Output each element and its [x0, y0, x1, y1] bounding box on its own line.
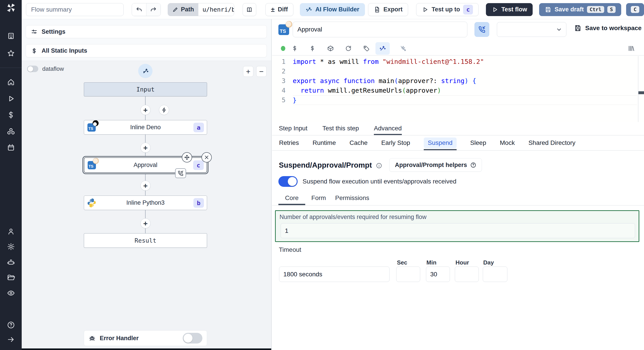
subtab-suspend[interactable]: Suspend: [424, 136, 456, 150]
node-inline-python3[interactable]: Inline Python3 b: [84, 195, 207, 210]
tab-test-this-step[interactable]: Test this step: [322, 122, 359, 135]
editor-scrollbar-thumb[interactable]: [638, 91, 644, 94]
audit-eye-icon[interactable]: [6, 288, 16, 298]
zoom-out-button[interactable]: −: [256, 66, 266, 77]
tab-step-input[interactable]: Step Input: [279, 122, 308, 135]
suspend-phone-button[interactable]: [474, 22, 489, 37]
test-up-to-step-badge[interactable]: c: [463, 5, 473, 14]
timeout-hour-input[interactable]: [455, 267, 479, 282]
user-icon[interactable]: [6, 227, 16, 236]
library-icon[interactable]: [628, 45, 634, 52]
ai-assistant-wand-button[interactable]: [376, 42, 390, 55]
tab-form[interactable]: Form: [305, 191, 332, 205]
error-handler-toggle[interactable]: [183, 333, 202, 344]
redo-button[interactable]: [146, 3, 160, 16]
subtab-early-stop[interactable]: Early Stop: [381, 136, 410, 150]
approvals-required-field: Number of approvals/events required for …: [275, 210, 639, 242]
workspace-icon[interactable]: [6, 31, 16, 41]
flow-settings-button[interactable]: Settings: [26, 25, 267, 38]
delete-step-button[interactable]: [202, 152, 212, 163]
code-editor[interactable]: 12345 import * as wmill from "windmill-c…: [272, 56, 644, 122]
editor-scrollbar[interactable]: [638, 56, 638, 122]
tab-core[interactable]: Core: [278, 191, 305, 205]
script-version-select[interactable]: [497, 22, 566, 37]
subtab-retries[interactable]: Retries: [279, 136, 299, 150]
add-step-button[interactable]: +: [140, 143, 150, 153]
subtab-cache[interactable]: Cache: [350, 136, 368, 150]
deno-icon: [92, 120, 98, 126]
variables-dollar-icon[interactable]: [291, 45, 298, 52]
typescript-badge: TS: [88, 161, 96, 169]
subtab-shared-directory[interactable]: Shared Directory: [528, 136, 575, 150]
workers-robot-icon[interactable]: [6, 258, 16, 267]
format-tag-icon[interactable]: [363, 45, 370, 52]
status-dot-icon: [280, 45, 287, 52]
suspend-toggle-row: Suspend flow execution until events/appr…: [278, 176, 456, 187]
approval-prompt-helpers-button[interactable]: Approval/Prompt helpers: [389, 158, 482, 172]
save-to-workspace-button[interactable]: Save to workspace: [574, 24, 642, 32]
save-draft-button[interactable]: Save draft Ctrl S: [539, 3, 621, 16]
sliders-icon: [31, 28, 38, 35]
add-step-button[interactable]: +: [140, 180, 150, 191]
flow-summary-input[interactable]: [26, 3, 124, 16]
favorites-star-icon[interactable]: [6, 49, 16, 58]
add-step-button[interactable]: +: [140, 218, 150, 228]
ai-flow-builder-button[interactable]: AI Flow Builder: [300, 3, 365, 16]
variables-dollar-icon[interactable]: [6, 110, 16, 120]
timeout-min-input[interactable]: [426, 267, 450, 282]
docs-book-button[interactable]: [242, 3, 256, 16]
all-static-inputs-button[interactable]: All Static Inputs: [26, 44, 267, 57]
test-up-to-button[interactable]: Test up to c: [416, 3, 478, 16]
expand-arrow-icon[interactable]: [6, 335, 16, 344]
node-input[interactable]: Input: [84, 82, 207, 96]
tab-advanced[interactable]: Advanced: [374, 122, 402, 135]
schedules-calendar-icon[interactable]: [6, 143, 16, 152]
subtab-runtime[interactable]: Runtime: [312, 136, 336, 150]
move-step-button[interactable]: [182, 152, 192, 163]
step-name-input[interactable]: [293, 22, 467, 37]
subtab-mock[interactable]: Mock: [500, 136, 515, 150]
node-result[interactable]: Result: [84, 233, 207, 248]
timeout-day-input[interactable]: [483, 267, 507, 282]
sparkles-off-icon[interactable]: [400, 45, 407, 52]
undo-button[interactable]: [132, 3, 146, 16]
suspend-toggle[interactable]: [278, 176, 298, 187]
plus-minus-icon: ±: [271, 6, 274, 13]
resources-dollar-icon[interactable]: [309, 45, 316, 52]
deploy-overflow-button[interactable]: C: [626, 3, 644, 16]
graph-bottom-edge: [22, 349, 271, 350]
tab-permissions[interactable]: Permissions: [332, 191, 372, 205]
node-inline-deno[interactable]: TS Inline Deno a: [84, 120, 207, 135]
hour-label: Hour: [456, 259, 469, 266]
resources-cubes-icon[interactable]: [6, 127, 16, 136]
step-panel: TS Save to workspace: [272, 19, 644, 350]
error-handler-card[interactable]: Error Handler: [84, 330, 207, 346]
magic-wand-icon: [306, 6, 312, 13]
dataflow-toggle[interactable]: [27, 66, 38, 72]
info-icon[interactable]: [376, 162, 382, 168]
path-value[interactable]: u/henri/bes: [198, 3, 234, 16]
python-icon: [87, 198, 96, 207]
timeout-input[interactable]: [279, 267, 390, 282]
path-button[interactable]: Path: [168, 3, 198, 16]
help-icon[interactable]: [6, 320, 16, 330]
subtab-sleep[interactable]: Sleep: [470, 136, 486, 150]
approvals-required-input[interactable]: [281, 223, 635, 238]
ai-graph-wand-button[interactable]: [138, 64, 152, 78]
suspend-phone-indicator[interactable]: [175, 168, 186, 178]
package-icon[interactable]: [327, 45, 334, 52]
timeout-sec-input[interactable]: [396, 267, 420, 282]
export-button[interactable]: Export: [368, 3, 408, 16]
diff-button[interactable]: ± Diff: [266, 3, 294, 16]
save-icon: [545, 6, 552, 13]
magic-wand-icon: [142, 67, 149, 75]
settings-gear-icon[interactable]: [6, 242, 16, 251]
home-icon[interactable]: [6, 77, 16, 87]
runs-play-icon[interactable]: [6, 94, 16, 103]
add-step-button[interactable]: +: [140, 105, 150, 115]
reload-icon[interactable]: [345, 45, 352, 52]
add-trigger-button[interactable]: [159, 105, 169, 115]
folders-icon[interactable]: [6, 273, 16, 282]
zoom-in-button[interactable]: +: [243, 66, 253, 77]
test-flow-button[interactable]: Test flow: [486, 3, 533, 16]
